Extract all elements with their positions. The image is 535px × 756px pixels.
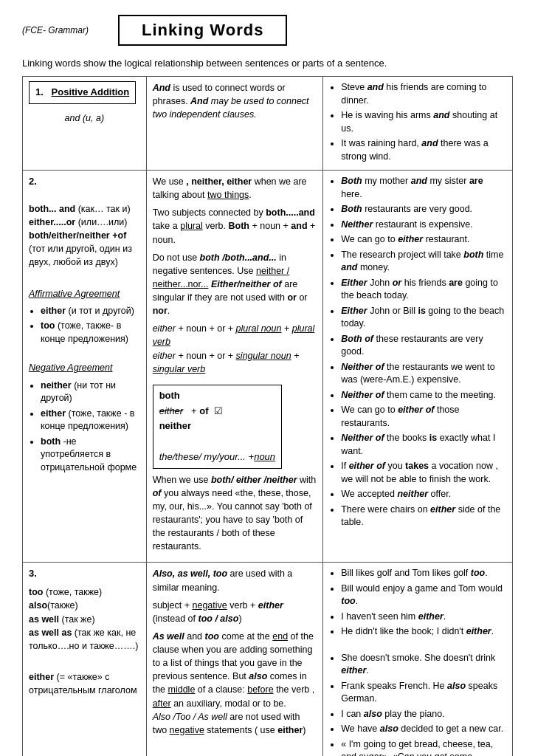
row1-num: 1. (35, 86, 49, 97)
list-item: He didn't like the book; I didn't either… (341, 625, 506, 639)
row3-bottom-bullets: She doesn't smoke. She doesn't drink eit… (329, 652, 506, 756)
row2-small-box: both either + of ☑ neither the/these/ my… (153, 385, 282, 469)
list-item: Neither of the books is exactly what I w… (341, 432, 506, 458)
row2-bullets: Both my mother and my sister are here. B… (329, 175, 506, 529)
list-item: Either John or his friends are going to … (341, 277, 506, 303)
list-item: either (и тот и другой) (41, 305, 140, 318)
list-item: She doesn't smoke. She doesn't drink eit… (341, 652, 506, 678)
row2-left: 2. both... and (как… так и) either.....o… (23, 171, 147, 563)
row2-negative-heading: Negative Agreement (29, 361, 140, 374)
row2-affirmative-heading: Affirmative Agreement (29, 287, 140, 300)
row2-affirmative-list: either (и тот и другой) too (тоже, также… (29, 305, 140, 346)
list-item: Bill likes golf and Tom likes golf too. (341, 567, 506, 580)
list-item: If either of you takes a vocation now , … (341, 460, 506, 486)
row3-top-bullets: Bill likes golf and Tom likes golf too. … (329, 567, 506, 639)
intro-text: Linking words show the logical relations… (22, 58, 513, 69)
list-item: He is waving his arms and shouting at us… (341, 109, 506, 135)
row3-mid: Also, as well, too are used with a simil… (146, 563, 323, 756)
row3-mid-p3: As well and too come at the end of the c… (153, 630, 317, 737)
list-item: Both restaurants are very good. (341, 203, 506, 216)
list-item: We can go to either restaurant. (341, 233, 506, 247)
list-item: Both my mother and my sister are here. (341, 175, 506, 201)
row1-mid-p1: And is used to connect words or phrases.… (153, 81, 317, 121)
row2-mid: We use , neither, either when we are tal… (146, 171, 323, 563)
row3-left-either: either (= «также» с отрицательным глагол… (29, 670, 140, 697)
page-title: Linking Words (118, 15, 287, 46)
list-item: either (тоже, также - в конце предложени… (41, 408, 140, 433)
list-item: We accepted neither offer. (341, 488, 506, 501)
list-item: Neither of them came to the meeting. (341, 389, 506, 402)
list-item: It was raining hard, and there was a str… (341, 137, 506, 163)
row1-sub: and (и, а) (29, 111, 140, 125)
row1-right: Steve and his friends are coming to dinn… (323, 77, 513, 171)
list-item: I can also play the piano. (341, 708, 506, 721)
table-row: 2. both... and (как… так и) either.....o… (23, 171, 513, 563)
row2-mid-p2: Two subjects connected by both.....and t… (153, 206, 317, 246)
row3-left: 3. too (тоже, также) also(также) as well… (23, 563, 147, 756)
row3-mid-p1: Also, as well, too are used with a simil… (153, 567, 317, 594)
table-row: 3. too (тоже, также) also(также) as well… (23, 563, 513, 756)
list-item: Steve and his friends are coming to dinn… (341, 81, 506, 107)
row2-mid-p3: Do not use both /both...and... in negati… (153, 251, 317, 318)
row3-left-too: too (тоже, также) also(также) as well (т… (29, 585, 140, 653)
row2-mid-p5: When we use both/ either /neither with o… (153, 473, 317, 554)
list-item: Neither of the restaurants we went to wa… (341, 361, 506, 387)
row2-mid-p1: We use , neither, either when we are tal… (153, 175, 317, 202)
table-row: 1. Positive Addition and (и, а) And is u… (23, 77, 513, 171)
row1-bullets: Steve and his friends are coming to dinn… (329, 81, 506, 163)
list-item: Frank speaks French. He also speaks Germ… (341, 680, 506, 706)
list-item: There were chairs on either side of the … (341, 504, 506, 529)
list-item: I haven't seen him either. (341, 611, 506, 624)
row2-left-p1: both... and (как… так и) either.....or (… (29, 202, 140, 269)
list-item: Either John or Bill is going to the beac… (341, 305, 506, 331)
row1-left: 1. Positive Addition and (и, а) (23, 77, 147, 171)
row1-heading: Positive Addition (52, 86, 130, 97)
row3-right: Bill likes golf and Tom likes golf too. … (323, 563, 513, 756)
row1-mid: And is used to connect words or phrases.… (146, 77, 323, 171)
row3-mid-p2: subject + negative verb + either (instea… (153, 599, 317, 625)
list-item: neither (ни тот ни другой) (41, 379, 140, 405)
list-item: « I'm going to get bread, cheese, tea, a… (341, 738, 506, 756)
list-item: The research project will take both time… (341, 249, 506, 275)
row2-mid-p4: either + noun + or + plural noun + plura… (153, 322, 317, 376)
list-item: Neither restaurant is expensive. (341, 219, 506, 232)
row1-sub-text: and (и, а) (65, 113, 105, 123)
list-item: We can go to either of those restaurants… (341, 404, 506, 430)
list-item: both -не употребляется в отрицательной ф… (41, 436, 140, 475)
list-item: too (тоже, также- в конце предложения) (41, 320, 140, 346)
main-table: 1. Positive Addition and (и, а) And is u… (22, 76, 513, 756)
row2-num: 2. (29, 176, 37, 187)
row2-negative-list: neither (ни тот ни другой) either (тоже,… (29, 379, 140, 475)
list-item: We have also decided to get a new car. (341, 723, 506, 736)
list-item: Both of these restaurants are very good. (341, 333, 506, 359)
fce-label: (FCE- Grammar) (22, 25, 89, 35)
list-item: Bill would enjoy a game and Tom would to… (341, 583, 506, 608)
row3-left-num: 3. (29, 567, 140, 581)
row2-right: Both my mother and my sister are here. B… (323, 171, 513, 563)
